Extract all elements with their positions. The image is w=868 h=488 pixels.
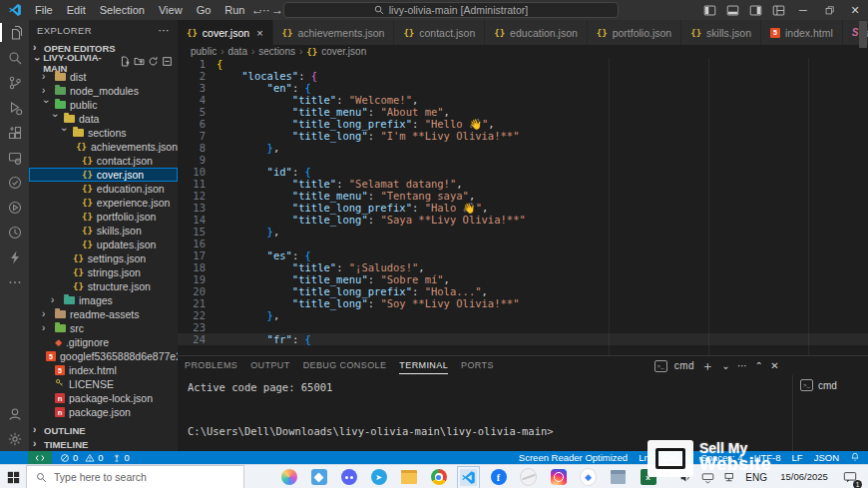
tree-item-settings-json[interactable]: {}settings.json	[29, 251, 178, 265]
mail-app-icon[interactable]	[610, 469, 627, 486]
terminal-list-item-cmd[interactable]: >_cmd	[793, 377, 868, 393]
code-line-9[interactable]: 9	[178, 154, 868, 166]
tree-item-portfolio-json[interactable]: {}portfolio.json	[29, 210, 178, 224]
tree-item-images[interactable]: ›images	[29, 293, 178, 307]
code-line-12[interactable]: 12 "title_menu": "Tentang saya",	[178, 190, 868, 202]
tree-item-googlef5365888d6e877e2-h-[interactable]: 5googlef5365888d6e877e2.h...	[29, 349, 178, 363]
refresh-explorer-icon[interactable]	[148, 56, 159, 69]
code-line-13[interactable]: 13 "title_long_prefix": "Halo 👋",	[178, 202, 868, 214]
code-line-14[interactable]: 14 "title_long": "Saya **Livy Olivia!**"	[178, 214, 868, 226]
tab-achievements-json[interactable]: {}achievements.json	[273, 20, 395, 45]
tree-item-index-html[interactable]: 5index.html	[29, 363, 178, 377]
status-utf-8[interactable]: UTF-8	[754, 452, 781, 463]
code-editor[interactable]: 1{2 "locales": {3 "en": {4 "title": "Wel…	[178, 58, 868, 355]
tree-item-education-json[interactable]: {}education.json	[29, 182, 178, 196]
close-panel-icon[interactable]: ✕	[770, 360, 779, 371]
code-line-5[interactable]: 5 "title_menu": "About me",	[178, 106, 868, 118]
breadcrumb[interactable]: public›data›sections›{}cover.json	[178, 45, 868, 58]
search-icon[interactable]	[0, 45, 29, 70]
toggle-secondary-sidebar-icon[interactable]	[749, 4, 762, 17]
terminal-output[interactable]: Active code page: 65001 C:\Users\Dell\Do…	[178, 375, 792, 452]
code-line-15[interactable]: 15 },	[178, 226, 868, 238]
tree-item-package-json[interactable]: npackage.json	[29, 405, 178, 419]
account-icon[interactable]	[0, 401, 29, 426]
code-line-6[interactable]: 6 "title_long_prefix": "Hello 👋",	[178, 118, 868, 130]
start-button[interactable]	[0, 471, 26, 484]
discord-app-icon[interactable]	[340, 469, 357, 486]
status-lf[interactable]: LF	[792, 452, 803, 463]
more-icon[interactable]	[0, 269, 29, 294]
code-line-20[interactable]: 20 "title_long_prefix": "Hola...",	[178, 285, 868, 297]
tab-index-html[interactable]: 5index.html	[761, 20, 843, 45]
code-line-1[interactable]: 1{	[178, 58, 868, 70]
nav-forward-icon[interactable]: →	[271, 3, 283, 17]
menu-item-edit[interactable]: Edit	[60, 4, 93, 16]
telegram-app-icon[interactable]: ➤	[370, 469, 387, 486]
menu-item-run[interactable]: Run	[217, 4, 251, 16]
tree-item-achievements-json[interactable]: {}achievements.json	[29, 140, 178, 154]
more-actions-icon[interactable]: ⋯	[737, 360, 747, 371]
code-line-11[interactable]: 11 "title": "Selamat datang!",	[178, 178, 868, 190]
explorer-icon[interactable]	[0, 20, 29, 45]
code-line-19[interactable]: 19 "title_menu": "Sobre mí",	[178, 273, 868, 285]
root-folder-row[interactable]: › LIVY-OLIVIA-MAIN	[29, 55, 178, 70]
tree-item-sections[interactable]: ›sections	[29, 126, 178, 140]
language-indicator[interactable]: ENG	[745, 472, 767, 483]
panel-tab-problems[interactable]: PROBLEMS	[185, 357, 237, 374]
tree-item-dist[interactable]: ›dist	[29, 70, 178, 84]
tree-item-public[interactable]: ›public	[29, 98, 178, 112]
new-folder-icon[interactable]	[134, 56, 145, 69]
code-line-8[interactable]: 8 },	[178, 142, 868, 154]
facebook-app-icon[interactable]: f	[490, 469, 507, 486]
tree-item-skills-json[interactable]: {}skills.json	[29, 224, 178, 238]
excel-app-icon[interactable]: x	[640, 469, 656, 486]
code-line-17[interactable]: 17 "es": {	[178, 249, 868, 261]
testing-icon[interactable]	[0, 170, 29, 195]
network-icon[interactable]	[723, 471, 736, 484]
notification-center[interactable]: 1	[841, 469, 858, 486]
bell-icon[interactable]	[850, 452, 860, 464]
menu-item-view[interactable]: View	[152, 4, 190, 16]
code-line-18[interactable]: 18 "title": "¡Saludos!",	[178, 261, 868, 273]
touch-keyboard-icon[interactable]	[701, 471, 714, 484]
remote-indicator[interactable]	[28, 451, 52, 464]
menu-item-go[interactable]: Go	[190, 4, 218, 16]
terminal-dropdown-icon[interactable]: ⌄	[721, 360, 730, 371]
drive-app-icon[interactable]: ◆	[580, 469, 597, 486]
tab-cover-json[interactable]: {}cover.json×	[178, 20, 273, 45]
tree-item-node-modules[interactable]: ›node_modules	[29, 84, 178, 98]
restore-button[interactable]	[816, 0, 842, 20]
tree-item-cover-json[interactable]: {}cover.json	[29, 168, 178, 182]
toggle-sidebar-icon[interactable]	[703, 4, 716, 17]
status-spaces-4[interactable]: Spaces: 4	[700, 452, 742, 463]
breadcrumb-item-cover-json[interactable]: cover.json	[321, 46, 366, 57]
clock[interactable]: 15/06/2025	[776, 472, 832, 482]
tab-education-json[interactable]: {}education.json	[485, 20, 588, 45]
tree-item-contact-json[interactable]: {}contact.json	[29, 154, 178, 168]
tree-item-src[interactable]: ›src	[29, 321, 178, 335]
chrome-app-icon[interactable]	[430, 469, 447, 486]
code-line-10[interactable]: 10 "id": {	[178, 166, 868, 178]
new-terminal-icon[interactable]: ＋	[701, 357, 714, 375]
maximize-panel-icon[interactable]: ⌃	[754, 360, 763, 371]
code-line-21[interactable]: 21 "title_long": "Soy **Livy Olivia!**"	[178, 297, 868, 309]
code-line-16[interactable]: 16	[178, 238, 868, 249]
tree-item-strings-json[interactable]: {}strings.json	[29, 265, 178, 279]
toggle-panel-icon[interactable]	[726, 4, 739, 17]
code-line-23[interactable]: 23	[178, 321, 868, 333]
explorer-more-icon[interactable]: ⋯	[159, 24, 170, 37]
breadcrumb-item-sections[interactable]: sections	[258, 46, 295, 57]
hidden-icons-chevron[interactable]: ⌃	[663, 472, 671, 482]
tree-item-experience-json[interactable]: {}experience.json	[29, 196, 178, 210]
customize-layout-icon[interactable]	[772, 4, 785, 17]
code-line-22[interactable]: 22 },	[178, 309, 868, 321]
minimize-button[interactable]: ─	[790, 0, 816, 20]
tree-item-package-lock-json[interactable]: npackage-lock.json	[29, 391, 178, 405]
panel-tab-terminal[interactable]: TERMINAL	[399, 357, 448, 374]
section-outline[interactable]: ›OUTLINE	[29, 423, 178, 437]
tree-item-readme-assets[interactable]: ›readme-assets	[29, 307, 178, 321]
taskbar-search[interactable]: Type here to search	[26, 465, 244, 488]
tree-item--gitignore[interactable]: ◆.gitignore	[29, 335, 178, 349]
manage-icon[interactable]	[0, 426, 29, 451]
tab-skills-json[interactable]: {}skills.json	[681, 20, 761, 45]
